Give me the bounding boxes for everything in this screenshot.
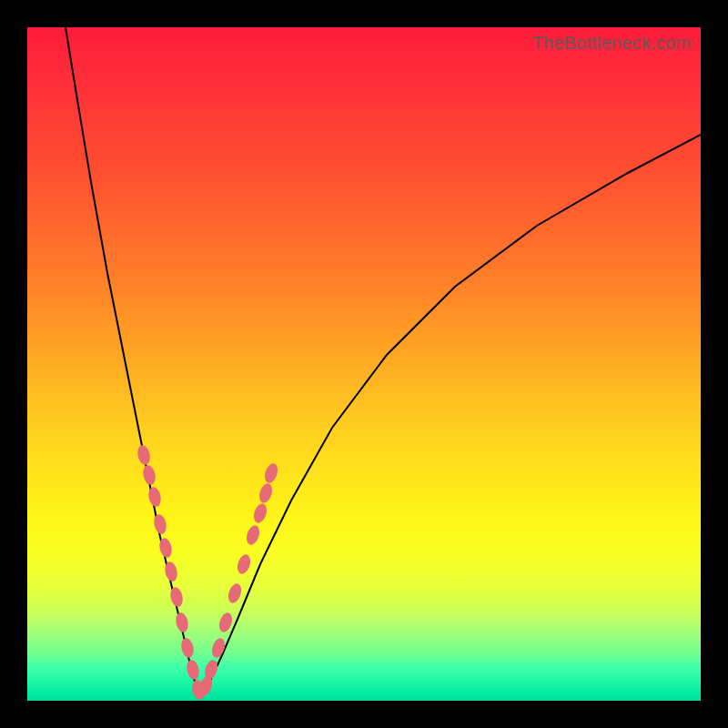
bead (226, 582, 243, 605)
right-curve (200, 135, 701, 699)
plot-area: TheBottleneck.com (27, 27, 701, 701)
beads-left (136, 444, 206, 701)
beads-right (197, 462, 279, 698)
bead (262, 462, 279, 485)
bead (152, 513, 167, 535)
bead (257, 482, 274, 505)
bead (147, 486, 162, 508)
bead (209, 637, 227, 660)
bead (235, 553, 252, 576)
bead (136, 444, 151, 466)
bead (141, 464, 157, 486)
bead (179, 637, 195, 659)
bead (244, 524, 261, 547)
chart-frame: TheBottleneck.com (0, 0, 728, 728)
bead (174, 612, 189, 633)
bead (185, 659, 200, 681)
bead (251, 502, 268, 525)
bead (168, 586, 184, 608)
watermark-text: TheBottleneck.com (532, 33, 692, 54)
curves-layer (27, 27, 701, 701)
